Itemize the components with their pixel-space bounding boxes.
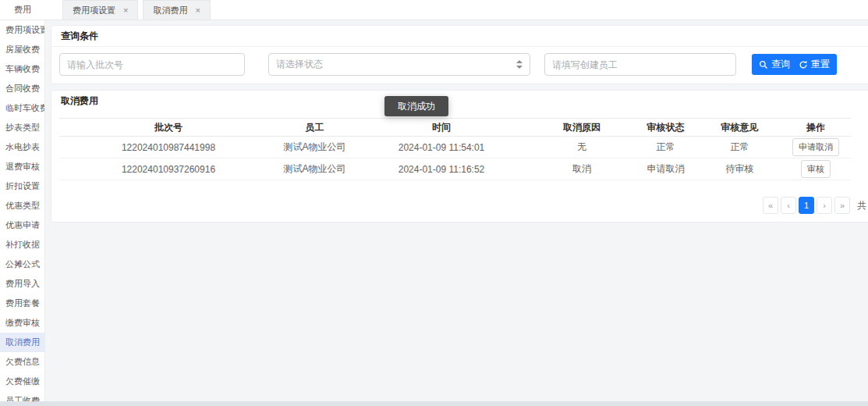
cell-review-status: 申请取消	[632, 158, 699, 180]
reset-button[interactable]: 重置	[792, 54, 837, 75]
module-title: 费用	[0, 0, 45, 20]
tab-fee-item-settings[interactable]: 费用项设置 ×	[62, 0, 138, 20]
select-arrows-icon	[516, 59, 523, 69]
col-cancel-reason: 取消原因	[531, 119, 632, 137]
close-icon[interactable]: ×	[195, 5, 200, 15]
cell-cancel-reason: 无	[531, 137, 632, 158]
tab-cancel-fee[interactable]: 取消费用 ×	[143, 0, 210, 20]
creator-input[interactable]	[544, 53, 736, 76]
status-select-placeholder: 请选择状态	[276, 58, 323, 71]
close-icon[interactable]: ×	[123, 5, 128, 15]
tab-bar: 费用项设置 × 取消费用 ×	[62, 0, 211, 20]
sidebar-item-contract-fees[interactable]: 合同收费	[0, 79, 44, 98]
col-time: 时间	[352, 119, 531, 137]
cell-time: 2024-01-09 11:16:52	[352, 158, 531, 180]
tab-label: 费用项设置	[73, 5, 115, 16]
pagination: « ‹ 1 › » 共 2 条	[763, 197, 868, 214]
col-actions: 操作	[781, 119, 851, 137]
cell-batch-number: 122024010987441998	[59, 137, 278, 158]
cell-staff: 测试A物业公司	[278, 158, 352, 180]
cell-review-opinion: 待审核	[699, 158, 781, 180]
sidebar-item-utility-meter[interactable]: 水电抄表	[0, 137, 44, 157]
cancel-fee-table: 批次号 员工 时间 取消原因 审核状态 审核意见 操作 122024010987…	[59, 118, 851, 180]
total-count-label: 共 2 条	[857, 199, 868, 212]
col-staff: 员工	[278, 119, 352, 137]
sidebar-item-fee-import[interactable]: 费用导入	[0, 274, 44, 294]
col-batch-number: 批次号	[59, 119, 278, 137]
query-conditions-title: 查询条件	[51, 26, 868, 47]
sidebar-item-discount-settings[interactable]: 折扣设置	[0, 176, 44, 196]
sidebar-item-meter-types[interactable]: 抄表类型	[0, 118, 44, 137]
sidebar-item-receipt-reprint[interactable]: 补打收据	[0, 235, 44, 255]
sidebar-item-promo-types[interactable]: 优惠类型	[0, 196, 44, 215]
cell-actions: 审核	[781, 158, 851, 180]
table-header-row: 批次号 员工 时间 取消原因 审核状态 审核意见 操作	[59, 119, 851, 137]
batch-number-input[interactable]	[59, 53, 245, 76]
sidebar-item-cancel-fees[interactable]: 取消费用	[0, 333, 44, 352]
filter-row: 请选择状态 查询 重置	[51, 47, 868, 84]
sidebar-item-vehicle-fees[interactable]: 车辆收费	[0, 59, 44, 79]
reset-button-label: 重置	[811, 58, 830, 71]
first-page-button[interactable]: «	[763, 197, 778, 214]
cell-time: 2024-01-09 11:54:01	[352, 137, 531, 158]
last-page-button[interactable]: »	[834, 197, 850, 214]
cell-batch-number: 122024010937260916	[59, 158, 278, 180]
cancel-fee-card: 取消费用 批次号 员工 时间 取消原因 审核状态 审核意见 操作	[51, 90, 868, 223]
search-button[interactable]: 查询	[752, 54, 797, 75]
sidebar-item-fee-item-settings[interactable]: 费用项设置	[0, 20, 44, 40]
search-button-label: 查询	[771, 58, 790, 71]
sidebar-item-staff-fees[interactable]: 员工收费	[0, 391, 44, 401]
sidebar-item-arrears-reminder[interactable]: 欠费催缴	[0, 372, 44, 391]
cell-review-opinion: 正常	[699, 137, 781, 158]
cell-review-status: 正常	[632, 137, 699, 158]
review-button[interactable]: 审核	[801, 160, 831, 178]
apply-cancel-button[interactable]: 申请取消	[792, 138, 839, 156]
bottom-strip	[0, 401, 868, 406]
cell-cancel-reason: 取消	[531, 158, 632, 180]
sidebar-item-payment-review[interactable]: 缴费审核	[0, 313, 44, 333]
col-review-opinion: 审核意见	[699, 119, 781, 137]
sidebar: 费用项设置 房屋收费 车辆收费 合同收费 临时车收费 抄表类型 水电抄表 退费审…	[0, 20, 45, 401]
page-1-button[interactable]: 1	[799, 197, 814, 214]
table-row: 122024010987441998 测试A物业公司 2024-01-09 11…	[59, 137, 851, 158]
search-icon	[759, 60, 768, 69]
sidebar-item-shared-formula[interactable]: 公摊公式	[0, 255, 44, 274]
sidebar-item-promo-application[interactable]: 优惠申请	[0, 215, 44, 235]
prev-page-button[interactable]: ‹	[781, 197, 796, 214]
cell-staff: 测试A物业公司	[278, 137, 352, 158]
table-row: 122024010937260916 测试A物业公司 2024-01-09 11…	[59, 158, 851, 180]
query-conditions-card: 查询条件 请选择状态 查询 重置	[51, 25, 868, 84]
top-bar: 费用 费用项设置 × 取消费用 ×	[0, 0, 868, 20]
tab-label: 取消费用	[153, 5, 187, 16]
cell-actions: 申请取消	[781, 137, 851, 158]
sidebar-item-temp-parking-fees[interactable]: 临时车收费	[0, 98, 44, 118]
sidebar-item-house-fees[interactable]: 房屋收费	[0, 40, 44, 59]
next-page-button[interactable]: ›	[817, 197, 832, 214]
sidebar-item-fee-packages[interactable]: 费用套餐	[0, 294, 44, 313]
status-select[interactable]: 请选择状态	[268, 53, 530, 76]
toast-message: 取消成功	[384, 96, 448, 116]
sidebar-item-refund-review[interactable]: 退费审核	[0, 157, 44, 176]
reset-icon	[799, 60, 808, 69]
cancel-fee-title: 取消费用	[51, 91, 868, 112]
sidebar-item-arrears-info[interactable]: 欠费信息	[0, 352, 44, 372]
col-review-status: 审核状态	[632, 119, 699, 137]
